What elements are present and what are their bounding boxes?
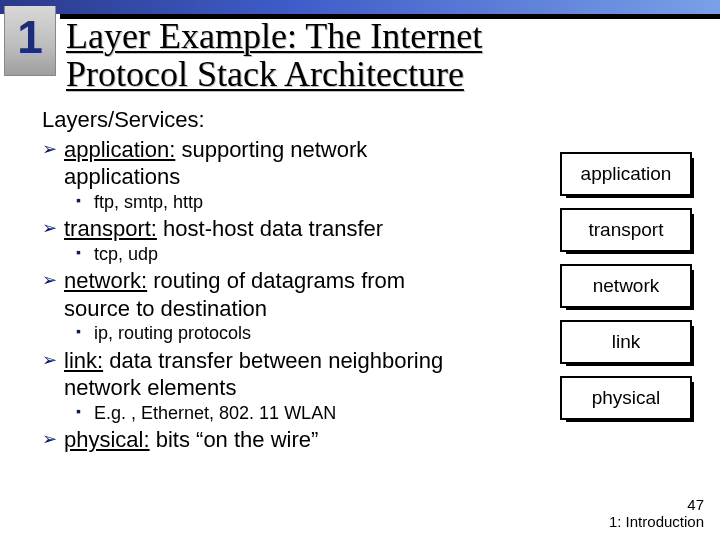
- chapter-number-badge: 1: [4, 6, 56, 76]
- term-application: application:: [64, 137, 175, 162]
- layers-heading: Layers/Services:: [42, 106, 682, 134]
- stack-layer-application: application: [560, 152, 692, 196]
- footer-label: 1: Introduction: [609, 513, 704, 530]
- bullet-transport: transport: host-host data transfer: [42, 215, 432, 243]
- term-link: link:: [64, 348, 103, 373]
- protocol-stack-diagram: application transport network link physi…: [560, 152, 692, 432]
- term-physical: physical:: [64, 427, 150, 452]
- desc-link: data transfer between neighboring networ…: [64, 348, 443, 401]
- slide-title: Layer Example: The Internet Protocol Sta…: [66, 18, 696, 94]
- slide-footer: 47 1: Introduction: [609, 497, 704, 530]
- slide-number: 47: [687, 496, 704, 513]
- stack-layer-link: link: [560, 320, 692, 364]
- title-line-2: Protocol Stack Architecture: [66, 54, 464, 94]
- bullet-physical: physical: bits “on the wire”: [42, 426, 452, 454]
- stack-layer-transport: transport: [560, 208, 692, 252]
- desc-transport: host-host data transfer: [157, 216, 383, 241]
- bullet-link: link: data transfer between neighboring …: [42, 347, 452, 402]
- bullet-network: network: routing of datagrams from sourc…: [42, 267, 432, 322]
- title-line-1: Layer Example: The Internet: [66, 16, 482, 56]
- term-network: network:: [64, 268, 147, 293]
- stack-layer-physical: physical: [560, 376, 692, 420]
- top-gradient-bar: [0, 0, 720, 14]
- bullet-application: application: supporting network applicat…: [42, 136, 432, 191]
- desc-physical: bits “on the wire”: [150, 427, 319, 452]
- term-transport: transport:: [64, 216, 157, 241]
- stack-layer-network: network: [560, 264, 692, 308]
